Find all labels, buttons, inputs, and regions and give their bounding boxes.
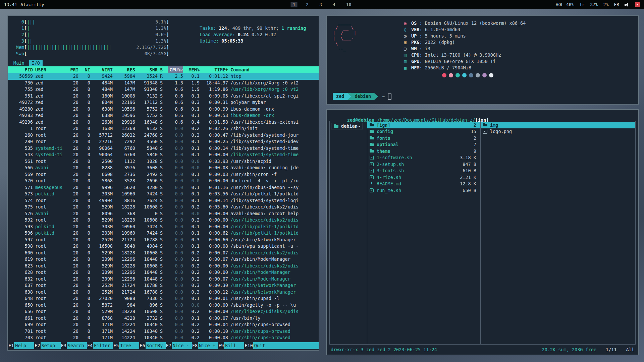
process-row[interactable]: 576avahi20080963680S0.00.00:00.00avahi-d… xyxy=(8,210,319,217)
process-row[interactable]: 570root200586835282696S0.00.00:00.00dhcl… xyxy=(8,178,319,184)
file-row[interactable]: optional7 xyxy=(367,141,480,148)
fkey-search[interactable]: F3Search xyxy=(61,342,87,349)
process-row[interactable]: 569root200660827362492S0.00.10:00.03/usr… xyxy=(8,171,319,178)
process-row[interactable]: 575root200529M1822810608S0.00.20:05.60/u… xyxy=(8,204,319,210)
process-pri: 20 xyxy=(68,217,78,224)
htop-terminal-window[interactable]: 0[|||5.1%]1[|1.3%]2[|0.6%]3[||1.3%]Mem[|… xyxy=(7,15,319,351)
tab-io[interactable]: I/O xyxy=(29,60,43,66)
vifm-file-manager-window[interactable]: zed@debian /home/zed/Documents/GitHub/de… xyxy=(326,109,639,355)
speaker-icon[interactable] xyxy=(625,2,630,7)
process-row[interactable]: 592root200529M1822810608S0.00.20:00.00/u… xyxy=(8,217,319,224)
process-row[interactable]: 656root200529M1822810608S0.00.20:00.00/u… xyxy=(8,308,319,315)
process-row[interactable]: 623root200529M1822810608S0.00.20:00.00/u… xyxy=(8,263,319,269)
column-header-shr[interactable]: SHR xyxy=(138,66,158,73)
process-row[interactable]: 598root2001650858484984S0.00.10:00.08/sb… xyxy=(8,243,319,250)
process-row[interactable]: 573polkitd200303M109607424S0.00.10:03.56… xyxy=(8,191,319,197)
column-header-pid[interactable]: PID xyxy=(12,66,33,73)
process-time: 0:03.93 xyxy=(202,158,228,165)
terminal-cursor[interactable] xyxy=(388,94,391,100)
column-header-s[interactable]: S xyxy=(160,66,165,73)
fkey-setup[interactable]: F2Setup xyxy=(34,342,60,349)
process-row[interactable]: 49283zed200638M105965752S0.60.10:00.53ib… xyxy=(8,112,319,119)
process-row[interactable]: 535systemd-ti2009006467605840S0.00.10:00… xyxy=(8,145,319,152)
process-row[interactable]: 600root200529M1822810608S0.00.20:00.07/u… xyxy=(8,250,319,256)
fkey-nice[interactable]: F7Nice - xyxy=(166,342,192,349)
process-state: S xyxy=(160,243,165,250)
file-row[interactable]: img xyxy=(481,122,635,128)
tab-main[interactable]: Main xyxy=(12,60,26,66)
process-row[interactable]: 699root200171M1422410340S0.00.20:00.04/u… xyxy=(8,321,319,328)
workspace-button-4[interactable]: 4 xyxy=(331,2,337,7)
workspace-button-10[interactable]: 10 xyxy=(344,2,354,7)
workspace-button-2[interactable]: 2 xyxy=(304,2,311,7)
file-row[interactable]: 4-rice.sh2.21 K xyxy=(367,174,480,181)
process-row[interactable]: 50569zed200942459843524R2.50.10:01.12hto… xyxy=(8,73,319,80)
workspace-button-3[interactable]: 3 xyxy=(317,2,324,7)
file-row[interactable]: 2-setup.sh847 B xyxy=(367,161,480,168)
process-row[interactable]: 49280zed200638M105965752S0.60.10:00.99ib… xyxy=(8,106,319,113)
file-row[interactable]: 1-software.sh3.18 K xyxy=(367,155,480,161)
process-row[interactable]: 280root2002721672924560S0.00.10:00.25/li… xyxy=(8,138,319,145)
process-row[interactable]: 650root2005872984896S0.00.00:00.00/sbin/… xyxy=(8,302,319,309)
process-row[interactable]: 543systemd-ti2009006467605840S0.00.10:00… xyxy=(8,152,319,158)
process-row[interactable]: 49272zed200804M2219617112S0.60.30:00.31p… xyxy=(8,99,319,106)
process-row[interactable]: 703root200171M1422410340S0.00.20:00.08/u… xyxy=(8,335,319,341)
process-row[interactable]: 638root200252M2172416788S0.00.30:00.12/u… xyxy=(8,289,319,296)
column-header-command[interactable]: Command xyxy=(230,66,315,73)
process-row[interactable]: 1root200163M123689132S0.00.20:02.26/sbin… xyxy=(8,125,319,132)
process-row[interactable]: 49296zed200263M2991616948S0.60.40:01.58/… xyxy=(8,119,319,126)
fetch-terminal-window[interactable]: _____ / __ \ | / | | \___- \ --_ ◉OS : D… xyxy=(326,15,639,105)
fkey-sortby[interactable]: F6SortBy xyxy=(139,342,165,349)
column-header-user[interactable]: USER xyxy=(35,66,65,73)
column-header-mem[interactable]: MEM% xyxy=(185,66,200,73)
file-size: 7 xyxy=(474,142,478,147)
process-row[interactable]: 628root200309M1229610448S0.00.20:00.00/u… xyxy=(8,269,319,276)
column-header-cpu[interactable]: CPU%▽ xyxy=(168,66,183,73)
process-row[interactable]: 637root200252M2172416788S0.00.30:00.30/u… xyxy=(8,282,319,289)
fkey-nice[interactable]: F8Nice + xyxy=(192,342,218,349)
fkey-quit[interactable]: F10Quit xyxy=(244,342,273,349)
file-row[interactable]: 3-fonts.sh610 B xyxy=(367,168,480,174)
process-row[interactable]: 619root200309M1229610448S0.00.20:00.07/u… xyxy=(8,256,319,263)
file-row[interactable]: fonts2 xyxy=(367,135,480,141)
process-row[interactable]: 632root200309M1229610448S0.00.20:00.07/u… xyxy=(8,276,319,283)
process-cpu: 0.0 xyxy=(168,295,183,302)
column-header-res[interactable]: RES xyxy=(115,66,135,73)
fkey-filter[interactable]: F4Filter xyxy=(87,342,113,349)
workspace-button-1[interactable]: 1 xyxy=(291,2,298,7)
process-row[interactable]: 661root200876843283732S0.00.10:00.07/usr… xyxy=(8,315,319,322)
process-time: 0:00.07 xyxy=(202,276,228,283)
process-row[interactable]: 561root200250011121028S0.00.00:03.93/usr… xyxy=(8,158,319,165)
file-row[interactable]: run_me.sh650 B xyxy=(367,187,480,194)
column-header-time[interactable]: TIME+ xyxy=(202,66,228,73)
vifm-tab[interactable]: debian~ xyxy=(331,123,363,129)
fetch-line-gpu: ▥GPU: NVIDIA GeForce GTX 1050 Ti xyxy=(404,58,526,65)
file-row[interactable]: [ign]2 xyxy=(367,122,480,128)
file-size: 847 B xyxy=(463,162,478,167)
fkey-help[interactable]: F1Help xyxy=(8,342,34,349)
process-row[interactable]: 951zed200160M100087132S0.60.10:09.05/usr… xyxy=(8,93,319,100)
process-row[interactable]: 597root200252M2172416788S0.00.30:00.60/u… xyxy=(8,237,319,243)
column-header-virt[interactable]: VIRT xyxy=(93,66,113,73)
column-header-pri[interactable]: PRI xyxy=(68,66,78,73)
process-row[interactable]: 755zed200484M147M91348S0.61.91:19.86/usr… xyxy=(8,86,319,93)
record-icon[interactable] xyxy=(635,2,640,7)
column-header-ni[interactable]: NI xyxy=(81,66,90,73)
process-row[interactable]: 260root200577122603224768S0.00.30:00.47/… xyxy=(8,132,319,139)
process-row[interactable]: 596polkitd200303M109607424S0.00.10:00.62… xyxy=(8,230,319,237)
process-row[interactable]: 566avahi200828839763608S0.00.00:00.08ava… xyxy=(8,165,319,171)
process-row[interactable]: 593polkitd200303M109607424S0.00.10:00.00… xyxy=(8,224,319,230)
fkey-tree[interactable]: F5Tree xyxy=(113,342,139,349)
process-pid: 49280 xyxy=(12,106,33,113)
process-row[interactable]: 571messagebus200999656204280S0.00.10:01.… xyxy=(8,184,319,191)
process-row[interactable]: 648root2002702090887336S0.00.10:00.01/us… xyxy=(8,295,319,302)
process-row[interactable]: 701root200171M1422410340S0.00.20:00.10/u… xyxy=(8,328,319,335)
fkey-kill[interactable]: F9Kill xyxy=(218,342,244,349)
file-row[interactable]: logo.png xyxy=(481,128,635,135)
tab-label: debian~ xyxy=(341,123,360,129)
process-row[interactable]: 730zed200484M147M91348S1.31.918:44.97/us… xyxy=(8,80,319,86)
process-row[interactable]: 574root2004990488167624S0.00.10:00.14/li… xyxy=(8,197,319,204)
file-row[interactable]: theme9 xyxy=(367,148,480,155)
file-row[interactable]: README.md12.8 K xyxy=(367,181,480,187)
file-row[interactable]: config15 xyxy=(367,128,480,135)
